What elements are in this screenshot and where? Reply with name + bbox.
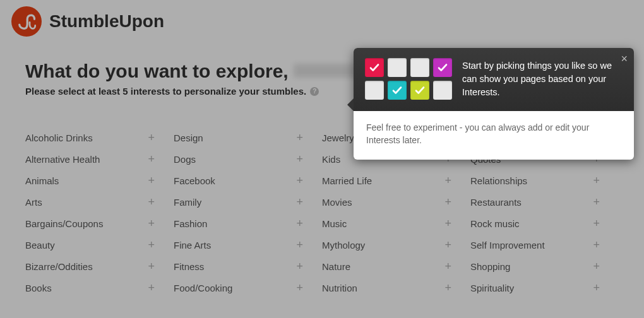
interest-item[interactable]: Mythology+ xyxy=(322,234,470,256)
plus-icon: + xyxy=(296,239,303,250)
interest-label: Shopping xyxy=(470,261,510,272)
interest-item[interactable]: Books+ xyxy=(25,277,174,298)
interest-item[interactable]: Facebook+ xyxy=(174,170,322,191)
plus-icon: + xyxy=(296,218,303,229)
check-grid xyxy=(365,58,452,100)
interest-item[interactable]: Relationships+ xyxy=(470,170,619,191)
interest-item[interactable]: Rock music+ xyxy=(470,213,619,234)
interest-item[interactable]: Nutrition+ xyxy=(322,277,470,298)
plus-icon: + xyxy=(593,239,600,250)
check-box xyxy=(433,81,452,100)
interest-label: Spirituality xyxy=(470,283,514,293)
interest-item[interactable]: Alcoholic Drinks+ xyxy=(25,127,174,148)
logo-icon xyxy=(11,6,42,37)
interest-label: Alternative Health xyxy=(25,154,100,165)
interest-label: Fashion xyxy=(174,218,207,229)
interest-item[interactable]: Food/Cooking+ xyxy=(174,277,322,298)
interest-label: Fine Arts xyxy=(174,240,211,250)
interest-item[interactable]: Nature+ xyxy=(322,256,470,277)
plus-icon: + xyxy=(593,218,600,229)
popover-top: × Start by picking things you like so we… xyxy=(354,48,634,111)
interest-label: Restaurants xyxy=(470,197,522,208)
plus-icon: + xyxy=(593,175,600,186)
plus-icon: + xyxy=(593,261,600,272)
interest-item[interactable]: Beauty+ xyxy=(25,234,174,256)
plus-icon: + xyxy=(444,175,451,186)
plus-icon: + xyxy=(148,239,155,250)
plus-icon: + xyxy=(148,218,155,229)
interest-label: Mythology xyxy=(322,240,365,250)
interest-label: Self Improvement xyxy=(470,240,545,250)
popover-bottom-text: Feel free to experiment - you can always… xyxy=(354,111,634,160)
check-box xyxy=(410,81,429,100)
plus-icon: + xyxy=(148,261,155,272)
plus-icon: + xyxy=(148,132,155,143)
check-box xyxy=(410,58,429,77)
plus-icon: + xyxy=(148,175,155,186)
heading-prefix: What do you want to explore, xyxy=(25,61,294,81)
interest-item[interactable]: Fitness+ xyxy=(174,256,322,277)
interest-label: Nutrition xyxy=(322,283,357,293)
interest-label: Rock music xyxy=(470,218,520,229)
popover-arrow xyxy=(347,98,354,111)
interest-label: Relationships xyxy=(470,175,527,186)
interest-label: Alcoholic Drinks xyxy=(25,132,93,143)
interest-item[interactable]: Design+ xyxy=(174,127,322,148)
plus-icon: + xyxy=(444,196,451,208)
interest-item[interactable]: Married Life+ xyxy=(322,170,470,191)
check-box xyxy=(388,58,407,77)
interest-label: Bargains/Coupons xyxy=(25,218,103,229)
interest-label: Movies xyxy=(322,197,352,208)
plus-icon: + xyxy=(148,153,155,165)
interest-item[interactable]: Fine Arts+ xyxy=(174,234,322,256)
interest-item[interactable]: Bizarre/Oddities+ xyxy=(25,256,174,277)
interest-label: Beauty xyxy=(25,240,55,250)
interest-label: Bizarre/Oddities xyxy=(25,261,93,272)
brand-name: StumbleUpon xyxy=(49,11,164,32)
interest-item[interactable]: Movies+ xyxy=(322,191,470,213)
interest-label: Arts xyxy=(25,197,42,208)
interest-label: Kids xyxy=(322,154,340,165)
popover-top-text: Start by picking things you like so we c… xyxy=(462,58,623,100)
interest-item[interactable]: Bargains/Coupons+ xyxy=(25,213,174,234)
check-box xyxy=(433,58,452,77)
subhead-text: Please select at least 5 interests to pe… xyxy=(25,86,306,97)
interest-label: Books xyxy=(25,283,52,293)
interest-label: Nature xyxy=(322,261,350,272)
interest-item[interactable]: Restaurants+ xyxy=(470,191,619,213)
interest-item[interactable]: Self Improvement+ xyxy=(470,234,619,256)
interest-item[interactable]: Alternative Health+ xyxy=(25,148,174,170)
plus-icon: + xyxy=(444,218,451,229)
close-icon[interactable]: × xyxy=(621,53,628,64)
plus-icon: + xyxy=(296,196,303,208)
check-box xyxy=(365,58,384,77)
interest-label: Jewelry xyxy=(322,132,354,143)
interest-label: Facebook xyxy=(174,175,215,186)
help-icon[interactable]: ? xyxy=(310,87,319,96)
interest-label: Fitness xyxy=(174,261,204,272)
interest-item[interactable]: Fashion+ xyxy=(174,213,322,234)
interest-item[interactable]: Shopping+ xyxy=(470,256,619,277)
plus-icon: + xyxy=(148,282,155,293)
plus-icon: + xyxy=(296,261,303,272)
plus-icon: + xyxy=(593,196,600,208)
interest-item[interactable]: Arts+ xyxy=(25,191,174,213)
interest-item[interactable]: Music+ xyxy=(322,213,470,234)
interest-label: Animals xyxy=(25,175,59,186)
interest-item[interactable]: Dogs+ xyxy=(174,148,322,170)
interest-label: Food/Cooking xyxy=(174,283,232,293)
interest-label: Dogs xyxy=(174,154,196,165)
plus-icon: + xyxy=(593,282,600,293)
interest-label: Married Life xyxy=(322,175,372,186)
plus-icon: + xyxy=(296,132,303,143)
plus-icon: + xyxy=(296,282,303,293)
interest-label: Music xyxy=(322,218,347,229)
interest-item[interactable]: Family+ xyxy=(174,191,322,213)
interest-item[interactable]: Spirituality+ xyxy=(470,277,619,298)
plus-icon: + xyxy=(296,153,303,165)
plus-icon: + xyxy=(444,282,451,293)
interest-label: Family xyxy=(174,197,201,208)
plus-icon: + xyxy=(148,196,155,208)
interest-item[interactable]: Animals+ xyxy=(25,170,174,191)
plus-icon: + xyxy=(444,239,451,250)
